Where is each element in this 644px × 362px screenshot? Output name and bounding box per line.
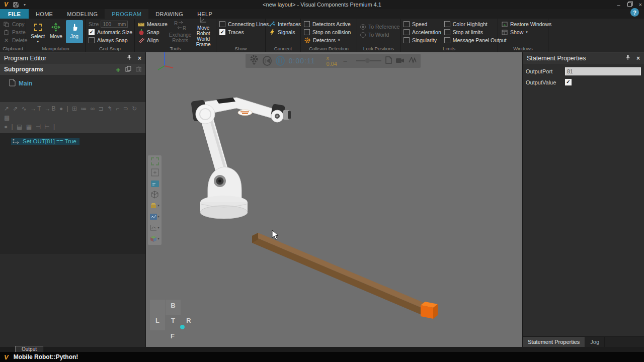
jog-button[interactable]: Jog — [66, 20, 83, 43]
snap-icon — [138, 29, 144, 36]
align-button[interactable]: Align — [138, 36, 168, 44]
delete-subprogram-button[interactable] — [136, 66, 141, 73]
dock-tab-bar: Statement Properties Jog — [523, 336, 644, 347]
fit-view-icon[interactable] — [149, 157, 160, 166]
pin-icon[interactable] — [127, 54, 132, 62]
group-label-windows: Windows — [498, 46, 548, 51]
grid-size-input[interactable]: 100 mm — [101, 21, 128, 28]
fullscreen-icon[interactable] — [149, 179, 160, 188]
subprogram-main-item[interactable]: Main — [0, 75, 145, 88]
statement-set-output[interactable]: Set OUT[81] == True — [11, 138, 79, 145]
restore-windows-button[interactable]: Restore Windows — [501, 20, 546, 28]
paste-button[interactable]: Paste — [3, 28, 24, 36]
view-left-button[interactable]: L — [154, 317, 161, 324]
bottom-strip — [0, 347, 644, 352]
checkbox-icon — [304, 29, 310, 35]
move-button[interactable]: Move — [47, 20, 64, 43]
move-robot-world-frame-button[interactable]: Move Robot World Frame — [193, 20, 214, 43]
sim-pause-button[interactable] — [276, 56, 285, 66]
acceleration-checkbox[interactable]: Acceleration — [404, 28, 441, 36]
duplicate-subprogram-button[interactable] — [125, 66, 131, 73]
statement-toolbar-row2[interactable]: ● | ▤ ▦ ⊣ ⊢ | — [4, 122, 141, 131]
copy-button[interactable]: Copy — [3, 20, 24, 28]
singularity-checkbox[interactable]: Singularity — [404, 36, 441, 44]
interfaces-button[interactable]: Interfaces — [269, 20, 298, 28]
close-panel-icon[interactable]: × — [636, 55, 640, 62]
viewport-3d[interactable]: 0:00:11 x 0.04 – ▾ ▾ ▾ ▾ — [146, 52, 522, 347]
jog-hand-icon — [70, 22, 79, 33]
sim-speed-slider[interactable] — [356, 60, 381, 61]
group-label-collision: Collision Detection — [301, 46, 357, 51]
ribbon-group-lock: To Reference To World Lock Positions — [357, 19, 400, 52]
detectors-dropdown[interactable]: Detectors ▾ — [304, 36, 355, 44]
pin-icon[interactable] — [625, 54, 630, 62]
statement-properties-header: Statement Properties × — [523, 52, 644, 64]
signature-icon[interactable] — [409, 56, 417, 65]
to-world-radio[interactable]: To World — [360, 31, 398, 39]
sim-settings-gear-icon[interactable] — [250, 55, 259, 67]
view-right-button[interactable]: R — [185, 317, 192, 324]
automatic-size-checkbox[interactable]: Automatic Size — [89, 28, 132, 36]
render-mode-cube-icon[interactable] — [149, 190, 160, 199]
output-value-row: OutputValue — [523, 79, 644, 85]
chart-dropdown-icon[interactable]: ▾ — [149, 223, 160, 232]
zoom-to-selection-icon[interactable] — [149, 168, 160, 177]
tab-home[interactable]: HOME — [29, 9, 60, 19]
tab-file[interactable]: FILE — [0, 9, 29, 19]
stop-on-collision-checkbox[interactable]: Stop on collision — [304, 28, 355, 36]
help-button[interactable]: ? — [630, 8, 639, 17]
view-back-button[interactable]: B — [170, 302, 177, 309]
connecting-lines-checkbox[interactable]: Connecting Lines — [219, 20, 263, 28]
view-toolbar: ▾ ▾ ▾ ▾ — [148, 155, 162, 245]
output-port-input[interactable] — [565, 67, 641, 75]
robot-arm[interactable] — [189, 67, 304, 223]
panel-title: Program Editor — [4, 55, 46, 62]
add-subprogram-button[interactable]: + — [116, 65, 120, 74]
tab-statement-properties[interactable]: Statement Properties — [523, 337, 585, 347]
delete-button[interactable]: ✕ Delete — [3, 36, 24, 44]
group-label-show: Show — [216, 46, 265, 51]
detectors-active-checkbox[interactable]: Detectors Active — [304, 20, 355, 28]
exchange-robots-button[interactable]: RR Exchange Robots — [169, 20, 191, 43]
color-highlight-checkbox[interactable]: Color Highlight — [444, 20, 507, 28]
record-video-icon[interactable] — [396, 56, 405, 65]
to-reference-radio[interactable]: To Reference — [360, 23, 398, 31]
close-button[interactable]: × — [639, 2, 642, 8]
ribbon-group-collision: Detectors Active Stop on collision Detec… — [301, 19, 357, 52]
main-routine-label: Main — [19, 80, 32, 87]
always-snap-checkbox[interactable]: Always Snap — [89, 36, 132, 44]
signals-button[interactable]: Signals — [269, 28, 298, 36]
layers-dropdown-icon[interactable]: ▾ — [149, 201, 160, 210]
select-button[interactable]: Select ▾ — [29, 20, 46, 43]
speed-checkbox[interactable]: Speed — [404, 20, 441, 28]
tab-jog[interactable]: Jog — [585, 337, 605, 347]
traces-checkbox[interactable]: Traces — [219, 28, 263, 36]
message-panel-output-checkbox[interactable]: Message Panel Output — [444, 36, 507, 44]
statement-toolbar-row1[interactable]: ↗ ⇗ ∿ →T →B ● | ⊞ ≔ ∞ ⊐ ↰ ⌐ ⊃ ↻ ▩ — [4, 104, 141, 122]
minimize-button[interactable]: – — [617, 2, 620, 8]
tab-modeling[interactable]: MODELING — [60, 9, 105, 19]
close-panel-icon[interactable]: × — [138, 55, 141, 62]
slider-handle[interactable] — [365, 58, 370, 63]
tab-program[interactable]: PROGRAM — [105, 9, 148, 19]
origin-cube-dropdown-icon[interactable]: ▾ — [149, 234, 160, 243]
beam[interactable] — [247, 231, 445, 324]
speed-decrease-icon[interactable]: – — [343, 57, 347, 65]
tab-drawing[interactable]: DRAWING — [148, 9, 190, 19]
view-cube-orientation-dot[interactable] — [180, 325, 185, 329]
measure-button[interactable]: Measure — [138, 20, 168, 28]
snap-button[interactable]: Snap — [138, 28, 168, 36]
stop-at-limits-checkbox[interactable]: Stop at limits — [444, 28, 507, 36]
view-top-button[interactable]: T — [170, 317, 177, 324]
checkbox-icon — [219, 21, 225, 27]
routine-icon — [9, 79, 16, 88]
show-windows-dropdown[interactable]: Show ▾ — [501, 28, 546, 36]
views-dropdown-icon[interactable]: ▾ — [149, 212, 160, 221]
sim-speed-display: x 0.04 — [326, 55, 339, 67]
view-front-button[interactable]: F — [169, 332, 176, 340]
export-pdf-icon[interactable] — [385, 56, 392, 66]
restore-button[interactable] — [627, 3, 632, 7]
output-value-checkbox[interactable] — [565, 79, 572, 85]
sim-reset-button[interactable] — [263, 56, 272, 66]
svg-text:R: R — [183, 26, 186, 31]
